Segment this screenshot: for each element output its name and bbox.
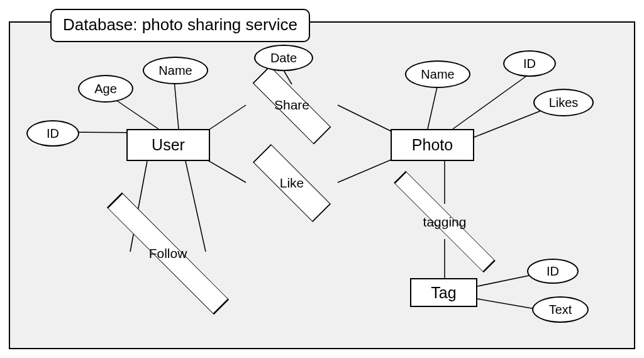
attr-user-name: Name — [143, 57, 208, 84]
svg-line-10 — [428, 84, 438, 129]
attr-photo-id: ID — [503, 50, 556, 77]
entity-photo: Photo — [391, 129, 474, 161]
attr-user-id: ID — [26, 120, 79, 147]
relationship-follow-label: Follow — [149, 246, 187, 261]
er-diagram: Database: photo sharing service User P — [0, 0, 644, 358]
relationship-share: Share — [245, 81, 339, 130]
attr-photo-name: Name — [405, 60, 470, 88]
svg-line-2 — [174, 81, 179, 129]
svg-line-11 — [453, 74, 529, 129]
relationship-tagging-label: tagging — [423, 215, 467, 230]
relationship-tagging: tagging — [392, 201, 497, 242]
svg-line-4 — [203, 157, 246, 182]
relationship-follow: Follow — [106, 228, 230, 279]
attr-tag-id: ID — [527, 259, 579, 284]
attr-user-age: Age — [78, 75, 133, 103]
relationship-share-label: Share — [274, 98, 309, 113]
attr-tag-text: Text — [532, 296, 589, 323]
svg-line-8 — [338, 105, 397, 134]
entity-user: User — [126, 129, 210, 161]
entity-tag: Tag — [410, 278, 477, 307]
diagram-title: Database: photo sharing service — [50, 9, 310, 42]
relationship-like: Like — [245, 158, 339, 208]
attr-share-date: Date — [254, 45, 313, 71]
attr-photo-likes: Likes — [533, 89, 594, 116]
svg-line-9 — [338, 157, 397, 182]
relationship-like-label: Like — [280, 176, 304, 191]
